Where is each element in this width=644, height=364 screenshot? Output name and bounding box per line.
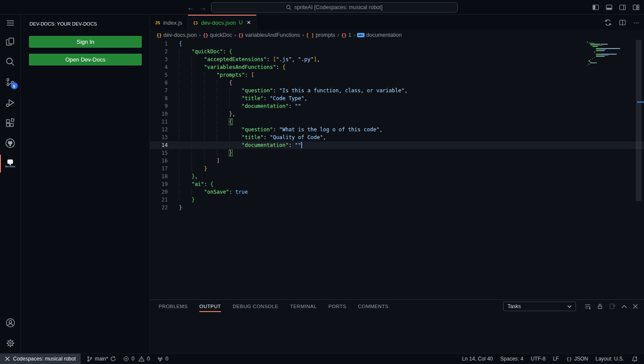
bell-dot-icon (631, 356, 638, 362)
code-text: "title": "Code Type", (179, 94, 307, 102)
code-token: "" (295, 103, 301, 109)
panel-tab-terminal[interactable]: TERMINAL (290, 304, 316, 309)
menu-button[interactable] (0, 15, 21, 31)
minimap-line (596, 54, 601, 55)
keyboard-layout[interactable]: Layout: U.S. (595, 356, 624, 362)
branch-status[interactable]: main* (87, 356, 117, 362)
code-token (179, 88, 242, 94)
account-icon (6, 318, 15, 328)
problems-status[interactable]: 0 0 (123, 356, 150, 362)
breadcrumb-item[interactable]: [ ]prompts (306, 32, 335, 38)
line-number: 7 (150, 87, 179, 94)
minimap-line (594, 43, 595, 44)
minimap[interactable] (587, 41, 627, 67)
maximize-panel-icon[interactable] (621, 305, 627, 309)
panel-tab-output[interactable]: OUTPUT (199, 304, 221, 309)
forward-arrow-icon[interactable]: → (200, 4, 206, 11)
sidebar-item-extensions[interactable] (0, 113, 21, 133)
line-number: 22 (150, 204, 179, 211)
code-token (179, 80, 229, 86)
sidebar-item-explorer[interactable] (0, 31, 21, 52)
back-arrow-icon[interactable]: ← (187, 4, 194, 11)
ports-status[interactable]: 0 (157, 356, 169, 362)
remote-indicator[interactable]: Codespaces: musical robot (0, 354, 81, 364)
symbol-icon: abc (357, 33, 364, 37)
encoding-status[interactable]: UTF-8 (531, 356, 546, 362)
command-center-search[interactable]: spriteAI [Codespaces: musical robot] (211, 2, 458, 13)
open-log-file-icon[interactable] (609, 303, 616, 310)
run-debug-icon (6, 98, 15, 107)
minimap-line (600, 49, 605, 50)
lock-autoscroll-icon[interactable] (597, 303, 603, 310)
sidebar-item-github[interactable] (0, 133, 21, 153)
indentation-status[interactable]: Spaces: 4 (500, 356, 523, 362)
panel-tab-problems[interactable]: PROBLEMS (159, 304, 188, 309)
code-token: "What is the log o of this code" (279, 127, 379, 133)
panel-tab-comments[interactable]: COMMENTS (358, 304, 388, 309)
minimap-line (595, 62, 597, 63)
sidebar-item-run-debug[interactable] (0, 92, 21, 113)
toggle-primary-sidebar-icon[interactable] (592, 4, 599, 11)
breadcrumb-item[interactable]: {}quickDoc (203, 32, 232, 38)
sign-in-button[interactable]: Sign In (29, 36, 142, 48)
sidebar-item-source-control[interactable]: 5 (0, 72, 21, 92)
toggle-panel-icon[interactable] (605, 4, 613, 11)
code-editor[interactable]: 1{2 "quickDoc": {3 "acceptedExtensions":… (150, 40, 644, 299)
notifications-bell[interactable] (631, 356, 638, 362)
breadcrumb-label: 1 (348, 32, 351, 38)
breadcrumb-separator: › (234, 32, 236, 38)
close-tab-icon[interactable]: ✕ (247, 20, 251, 26)
panel-tab-debug-console[interactable]: DEBUG CONSOLE (233, 304, 279, 309)
accounts-button[interactable] (0, 312, 21, 333)
code-line: 1{ (150, 40, 644, 48)
codespaces-remote-icon (5, 356, 10, 361)
line-number: 9 (150, 102, 179, 110)
code-token: : (263, 95, 270, 101)
code-token: [ (251, 72, 254, 78)
code-token: "acceptedExtensions" (204, 56, 267, 62)
tab-dev-docs-json[interactable]: {} dev-docs.json U ✕ (188, 15, 257, 30)
symbol-icon: {} (341, 33, 346, 38)
code-text: "question": "Is this a function, class, … (179, 87, 407, 94)
breadcrumb-item[interactable]: {}dev-docs.json (156, 32, 197, 38)
more-actions-icon[interactable]: ⋯ (633, 19, 640, 26)
panel-tab-ports[interactable]: PORTS (329, 304, 346, 309)
breadcrumb-label: prompts (315, 32, 335, 38)
sidebar-item-devdocs[interactable]: Dev-Docs (0, 153, 21, 174)
clear-output-icon[interactable] (584, 303, 591, 310)
sidebar-item-search[interactable] (0, 52, 21, 72)
line-number: 1 (150, 40, 179, 48)
code-token (179, 95, 242, 101)
breadcrumb-item[interactable]: {}1 (341, 32, 351, 38)
eol-status[interactable]: LF (553, 356, 559, 362)
open-devdocs-button[interactable]: Open Dev-Docs (29, 54, 142, 65)
code-token: "Quality of Code" (270, 134, 323, 140)
code-line: 5 "prompts": [ (150, 71, 644, 79)
output-channel-select[interactable]: Tasks (503, 302, 576, 311)
minimap-line (620, 48, 621, 49)
toggle-secondary-sidebar-icon[interactable] (619, 4, 626, 11)
cursor-position[interactable]: Ln 14, Col 40 (462, 356, 493, 362)
code-token: : (263, 134, 270, 140)
code-token: true (235, 189, 248, 195)
editor-scrollbar[interactable] (636, 40, 641, 201)
symbol-icon: [ ] (306, 33, 314, 38)
close-panel-icon[interactable] (633, 304, 638, 309)
line-number: 17 (150, 165, 179, 172)
error-icon (123, 356, 129, 362)
language-mode[interactable]: {}JSON (566, 356, 588, 362)
tab-index-js[interactable]: JS index.js (150, 15, 188, 30)
git-branch-icon (87, 356, 93, 362)
code-token (179, 150, 229, 156)
code-token (179, 166, 204, 172)
breadcrumb-label: variablesAndFunctions (245, 32, 300, 38)
minimap-line (590, 45, 601, 46)
breadcrumb-item[interactable]: abcdocumentation (357, 32, 402, 38)
open-changes-icon[interactable] (604, 19, 612, 26)
breadcrumb-item[interactable]: {}variablesAndFunctions (238, 32, 300, 38)
customize-layout-icon[interactable] (632, 4, 640, 11)
split-editor-icon[interactable] (619, 19, 626, 26)
code-token: "title" (242, 134, 264, 140)
minimap-line (616, 54, 617, 55)
settings-button[interactable] (0, 333, 21, 353)
